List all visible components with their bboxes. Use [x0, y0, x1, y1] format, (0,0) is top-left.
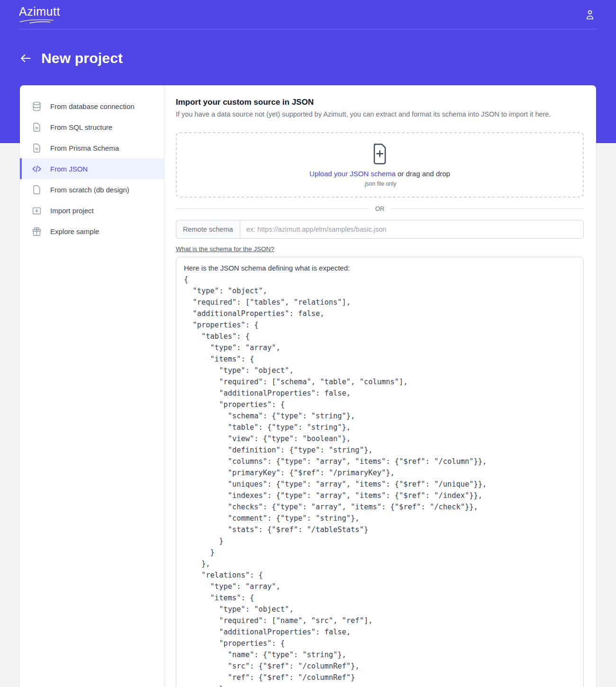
code-icon: [31, 163, 42, 174]
app-header: Azimutt: [19, 0, 597, 29]
database-icon: [31, 101, 42, 112]
import-icon: [31, 205, 42, 216]
schema-intro-text: Here is the JSON schema defining what is…: [184, 262, 576, 274]
sidebar-item-from-scratch[interactable]: From scratch (db design): [20, 179, 164, 200]
file-type-hint: .json file only: [363, 181, 396, 187]
remote-schema-group: Remote schema: [176, 220, 584, 239]
or-divider-label: OR: [375, 205, 385, 212]
sidebar-item-label: From scratch (db design): [50, 186, 129, 194]
gift-icon: [31, 226, 42, 237]
back-arrow-icon: [19, 52, 32, 65]
person-icon: [584, 9, 596, 21]
back-button[interactable]: [19, 51, 33, 65]
sidebar: From database connection From SQL struct…: [20, 85, 164, 687]
json-schema-code: { "type": "object", "required": ["tables…: [184, 274, 576, 687]
json-schema-box: Here is the JSON schema defining what is…: [176, 257, 584, 687]
sidebar-item-label: From database connection: [50, 102, 135, 110]
remote-schema-input[interactable]: [240, 220, 584, 239]
document-icon: [31, 122, 42, 133]
sidebar-item-label: Explore sample: [50, 227, 99, 235]
main-subtitle: If you have a data source not (yet) supp…: [176, 110, 584, 118]
file-plus-icon: [371, 143, 389, 165]
sidebar-item-import-project[interactable]: Import project: [20, 200, 164, 221]
upload-link[interactable]: Upload your JSON schema: [309, 170, 396, 178]
main-content: Import your custom source in JSON If you…: [164, 85, 596, 687]
page-title: New project: [41, 50, 123, 66]
brand-name: Azimutt: [19, 6, 60, 18]
or-divider: OR: [176, 205, 584, 212]
sidebar-item-from-database-connection[interactable]: From database connection: [20, 96, 164, 117]
upload-dropzone[interactable]: Upload your JSON schema or drag and drop…: [176, 132, 584, 198]
blank-document-icon: [31, 184, 42, 195]
schema-help-link[interactable]: What is the schema for the JSON?: [176, 245, 274, 253]
brand-logo[interactable]: Azimutt: [19, 6, 60, 24]
sidebar-item-explore-sample[interactable]: Explore sample: [20, 221, 164, 242]
sidebar-item-label: From JSON: [50, 165, 88, 173]
sidebar-item-from-prisma-schema[interactable]: From Prisma Schema: [20, 137, 164, 158]
sidebar-item-label: From Prisma Schema: [50, 144, 119, 152]
document-icon: [31, 143, 42, 154]
main-title: Import your custom source in JSON: [176, 98, 584, 107]
drag-drop-text: or drag and drop: [396, 170, 450, 178]
logo-swoosh-icon: [19, 18, 54, 24]
sidebar-item-label: Import project: [50, 207, 94, 215]
new-project-card: From database connection From SQL struct…: [20, 85, 596, 687]
divider-line: [391, 208, 584, 209]
sidebar-item-from-json[interactable]: From JSON: [20, 158, 164, 179]
user-menu-button[interactable]: [583, 8, 597, 22]
sidebar-item-from-sql-structure[interactable]: From SQL structure: [20, 117, 164, 137]
divider-line: [176, 208, 369, 209]
upload-instruction: Upload your JSON schema or drag and drop: [309, 170, 450, 178]
sidebar-item-label: From SQL structure: [50, 123, 112, 131]
remote-schema-addon: Remote schema: [176, 220, 240, 239]
